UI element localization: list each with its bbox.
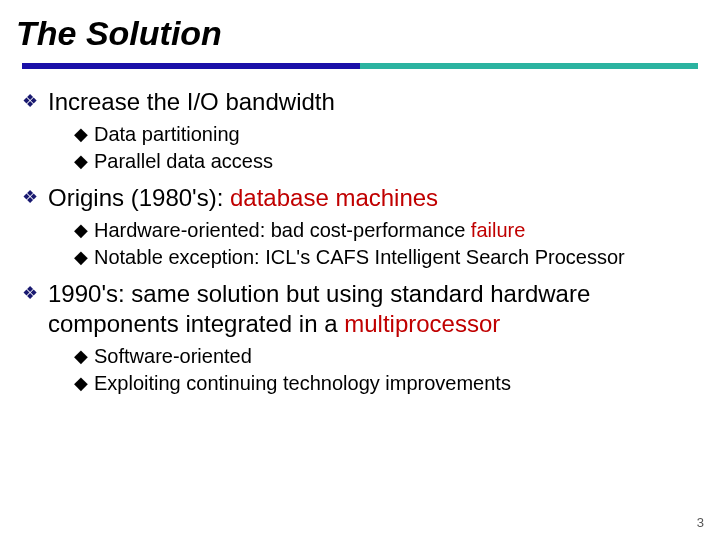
text-run: Hardware-oriented: bad cost-performance xyxy=(94,219,471,241)
bullet-text: Increase the I/O bandwidth xyxy=(48,87,335,117)
bullet-level2: ◆ Hardware-oriented: bad cost-performanc… xyxy=(74,217,698,244)
sub-bullet-text: Exploiting continuing technology improve… xyxy=(94,371,511,396)
page-number: 3 xyxy=(697,515,704,530)
bullet-text: Origins (1980's): database machines xyxy=(48,183,438,213)
text-run: 1990's: same solution but using standard… xyxy=(48,280,590,337)
text-run-accent: multiprocessor xyxy=(344,310,500,337)
body-content: ❖ Increase the I/O bandwidth ◆ Data part… xyxy=(22,77,698,397)
bullet-level2: ◆ Parallel data access xyxy=(74,148,698,175)
dot-bullet-icon: ◆ xyxy=(74,245,94,269)
sub-bullet-text: Data partitioning xyxy=(94,122,240,147)
sub-bullet-group: ◆ Data partitioning ◆ Parallel data acce… xyxy=(22,121,698,175)
text-run-accent: failure xyxy=(471,219,525,241)
bullet-level2: ◆ Exploiting continuing technology impro… xyxy=(74,370,698,397)
dot-bullet-icon: ◆ xyxy=(74,371,94,395)
text-run-accent: database machines xyxy=(230,184,438,211)
diamond-bullet-icon: ❖ xyxy=(22,87,48,115)
sub-bullet-text: Parallel data access xyxy=(94,149,273,174)
bullet-level1: ❖ 1990's: same solution but using standa… xyxy=(22,279,698,339)
dot-bullet-icon: ◆ xyxy=(74,344,94,368)
sub-bullet-text: Software-oriented xyxy=(94,344,252,369)
title-underline xyxy=(22,63,698,69)
sub-bullet-group: ◆ Hardware-oriented: bad cost-performanc… xyxy=(22,217,698,271)
slide: The Solution ❖ Increase the I/O bandwidt… xyxy=(0,0,720,540)
diamond-bullet-icon: ❖ xyxy=(22,183,48,211)
bullet-level1: ❖ Origins (1980's): database machines xyxy=(22,183,698,213)
sub-bullet-text: Hardware-oriented: bad cost-performance … xyxy=(94,218,525,243)
bullet-text: 1990's: same solution but using standard… xyxy=(48,279,698,339)
dot-bullet-icon: ◆ xyxy=(74,218,94,242)
text-run: Origins (1980's): xyxy=(48,184,230,211)
dot-bullet-icon: ◆ xyxy=(74,122,94,146)
bullet-level2: ◆ Software-oriented xyxy=(74,343,698,370)
diamond-bullet-icon: ❖ xyxy=(22,279,48,307)
bullet-level1: ❖ Increase the I/O bandwidth xyxy=(22,87,698,117)
sub-bullet-text: Notable exception: ICL's CAFS Intelligen… xyxy=(94,245,625,270)
bullet-level2: ◆ Data partitioning xyxy=(74,121,698,148)
slide-title: The Solution xyxy=(16,14,698,53)
dot-bullet-icon: ◆ xyxy=(74,149,94,173)
bullet-level2: ◆ Notable exception: ICL's CAFS Intellig… xyxy=(74,244,698,271)
sub-bullet-group: ◆ Software-oriented ◆ Exploiting continu… xyxy=(22,343,698,397)
